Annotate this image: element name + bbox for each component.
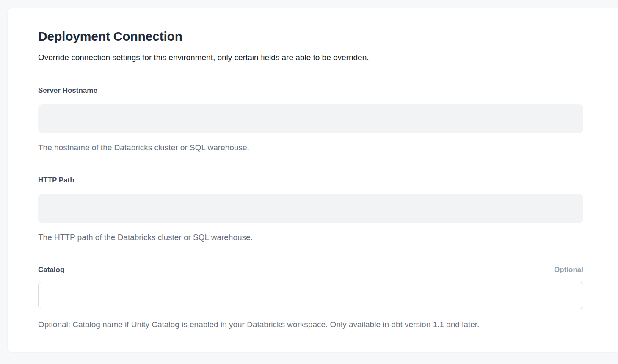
form-group-catalog: Catalog Optional Optional: Catalog name … — [38, 265, 583, 330]
catalog-optional-badge: Optional — [554, 265, 583, 275]
form-group-server-hostname: Server Hostname The hostname of the Data… — [38, 85, 583, 153]
server-hostname-help-text: The hostname of the Databricks cluster o… — [38, 142, 583, 153]
http-path-input — [38, 194, 583, 223]
server-hostname-input — [38, 104, 583, 133]
http-path-label: HTTP Path — [38, 175, 74, 185]
deployment-connection-card: Deployment Connection Override connectio… — [8, 8, 618, 352]
server-hostname-label: Server Hostname — [38, 85, 97, 96]
page-title: Deployment Connection — [38, 28, 583, 45]
catalog-input[interactable] — [38, 282, 583, 309]
page-subtitle: Override connection settings for this en… — [38, 52, 583, 63]
http-path-help-text: The HTTP path of the Databricks cluster … — [38, 232, 583, 243]
form-group-http-path: HTTP Path The HTTP path of the Databrick… — [38, 175, 583, 243]
catalog-help-text: Optional: Catalog name if Unity Catalog … — [38, 319, 583, 330]
catalog-label: Catalog — [38, 265, 64, 275]
